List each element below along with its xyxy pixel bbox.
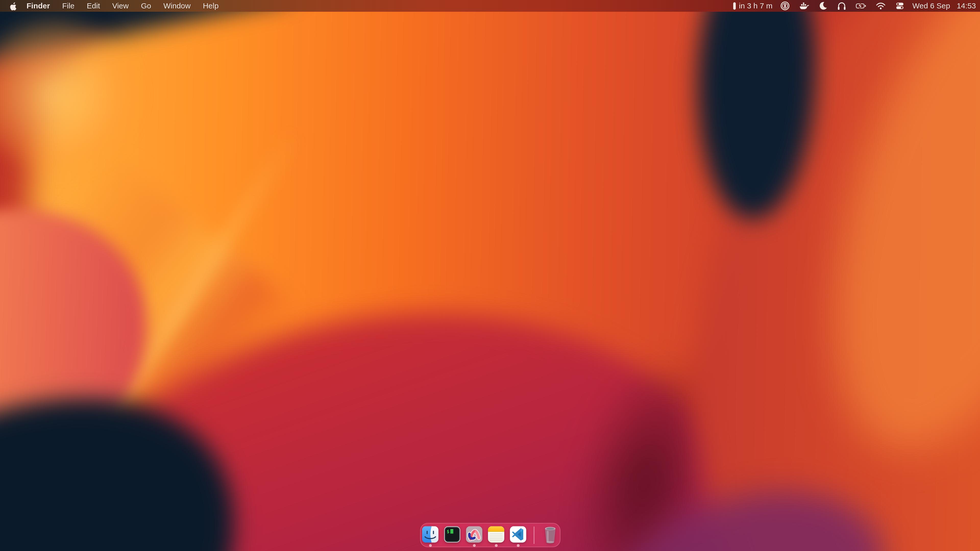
menu-go[interactable]: Go bbox=[135, 0, 157, 12]
notes-icon bbox=[488, 526, 504, 543]
moon-icon bbox=[818, 1, 828, 11]
dock-item-finder[interactable] bbox=[422, 526, 439, 543]
focus-menu-extra[interactable] bbox=[814, 0, 832, 12]
control-center-icon bbox=[895, 1, 905, 11]
menu-edit[interactable]: Edit bbox=[81, 0, 106, 12]
menu-active-app[interactable]: Finder bbox=[22, 0, 56, 12]
docker-whale-icon bbox=[799, 1, 810, 11]
menu-help[interactable]: Help bbox=[197, 0, 225, 12]
apple-menu[interactable] bbox=[4, 0, 22, 12]
clock-date: Wed 6 Sep bbox=[912, 2, 950, 10]
menu-bar: Finder File Edit View Go Window Help in … bbox=[0, 0, 980, 12]
battery-charging-icon bbox=[856, 1, 867, 11]
running-indicator bbox=[429, 544, 432, 547]
control-center-menu-extra[interactable] bbox=[891, 0, 909, 12]
trash-icon bbox=[542, 526, 558, 544]
running-indicator bbox=[495, 544, 498, 547]
menu-window[interactable]: Window bbox=[157, 0, 197, 12]
dock-item-terminal[interactable]: $ bbox=[444, 526, 461, 543]
headphones-icon bbox=[837, 1, 847, 11]
onepassword-menu-extra[interactable] bbox=[776, 0, 794, 12]
docker-menu-extra[interactable] bbox=[794, 0, 814, 12]
sound-output-menu-extra[interactable] bbox=[832, 0, 851, 12]
menu-bar-clock[interactable]: Wed 6 Sep 14:53 bbox=[912, 2, 976, 10]
wifi-menu-extra[interactable] bbox=[871, 0, 891, 12]
dock-separator bbox=[534, 527, 535, 544]
wallpaper bbox=[0, 0, 980, 551]
menu-file[interactable]: File bbox=[56, 0, 81, 12]
arc-browser-icon bbox=[466, 526, 483, 543]
dock-item-arc-browser[interactable] bbox=[466, 526, 483, 543]
menu-bar-left: Finder File Edit View Go Window Help bbox=[0, 0, 225, 12]
dock-item-vscode[interactable] bbox=[510, 526, 527, 543]
dock: $ bbox=[420, 523, 560, 547]
1password-icon bbox=[780, 1, 790, 11]
dock-item-trash[interactable] bbox=[542, 526, 559, 543]
countdown-label: in 3 h 7 m bbox=[739, 2, 773, 10]
menu-bar-status-area: in 3 h 7 m bbox=[733, 0, 980, 12]
vscode-icon bbox=[510, 526, 527, 543]
dock-item-notes[interactable] bbox=[488, 526, 504, 543]
battery-menu-extra[interactable] bbox=[851, 0, 871, 12]
apple-logo-icon bbox=[9, 1, 17, 11]
running-indicator bbox=[517, 544, 520, 547]
menu-view[interactable]: View bbox=[106, 0, 135, 12]
clock-time: 14:53 bbox=[957, 2, 976, 10]
desktop: Finder File Edit View Go Window Help in … bbox=[0, 0, 980, 551]
running-indicator bbox=[473, 544, 476, 547]
finder-icon bbox=[422, 526, 439, 543]
terminal-prompt-glyph: $ bbox=[447, 529, 449, 534]
countdown-bar-icon bbox=[733, 2, 736, 10]
terminal-icon: $ bbox=[444, 526, 461, 543]
event-countdown[interactable]: in 3 h 7 m bbox=[733, 0, 776, 12]
wifi-icon bbox=[875, 1, 886, 11]
